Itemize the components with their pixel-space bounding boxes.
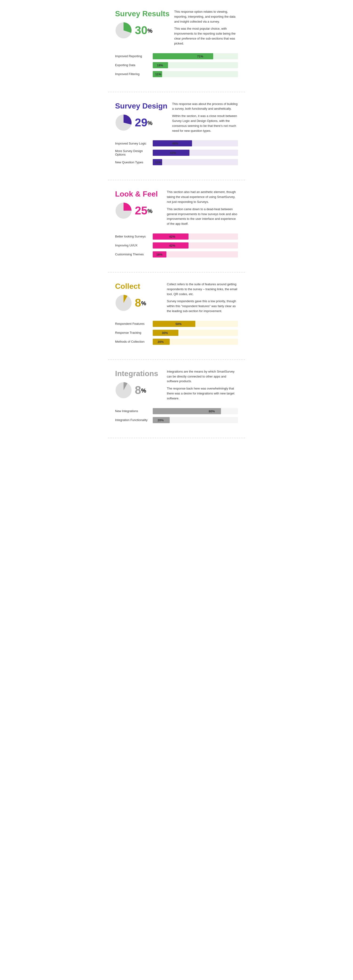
bar-fill: 20% [153,339,170,345]
bar-fill: 18% [153,62,168,68]
section-title-block: Integrations 8% [115,369,162,399]
bar-label: Improving UI/UX [115,243,153,247]
pie-chart [115,22,132,39]
desc-paragraph: This was the most popular choice, with i… [174,26,238,46]
bar-track: 16% [153,251,238,258]
section-description: This response option relates to viewing,… [169,10,238,46]
section-title: Look & Feel [115,190,158,199]
bar-label: More Survey Design Options [115,149,153,156]
bar-label: New Integrations [115,409,153,413]
percent-sign: % [141,387,146,393]
section-survey-design: Survey Design 29% This response was abou… [108,92,245,180]
percent-sign: % [147,119,152,126]
pie-percent-row: 8% [115,294,146,311]
bar-rows: New Integrations 80% Integration Functio… [115,408,238,423]
percent-value: 8 [135,296,141,309]
bar-row: Improved Filtering 11% [115,71,238,77]
bar-row: Better looking Surveys 42% [115,234,238,240]
section-description: Collect refers to the suite of features … [162,282,238,314]
section-title-block: Survey Results 30% [115,10,169,39]
bar-track: 30% [153,330,238,336]
percent-display: 8% [135,297,146,309]
pie-chart [115,202,132,219]
bar-fill: 42% [153,234,189,240]
bar-rows: Better looking Surveys 42% Improving UI/… [115,234,238,258]
bar-pct-label: 20% [156,340,164,344]
section-survey-results: Survey Results 30% This response option … [108,0,245,92]
section-title: Survey Design [115,102,167,110]
bar-pct-label: 11% [154,161,161,164]
bar-fill: 11% [153,159,162,165]
bar-label: New Question Types [115,161,153,164]
section-integrations: Integrations 8% Integrations are the mea… [108,360,245,438]
bar-row: Improved Reporting 71% [115,53,238,59]
section-title: Survey Results [115,10,169,18]
section-header: Integrations 8% Integrations are the mea… [115,369,238,401]
section-header: Collect 8% Collect refers to the suite o… [115,282,238,314]
bar-row: Customising Themes 16% [115,251,238,258]
section-title-block: Survey Design 29% [115,102,167,131]
bar-track: 50% [153,321,238,327]
bar-label: Improved Survey Logic [115,142,153,145]
bar-fill: 43% [153,150,189,156]
section-look-feel: Look & Feel 25% This section also had an… [108,180,245,272]
bar-pct-label: 20% [156,418,164,422]
bar-track: 11% [153,71,238,77]
bar-fill: 50% [153,321,195,327]
percent-value: 30 [135,24,147,37]
bar-fill: 42% [153,242,189,248]
desc-paragraph: This section also had an aesthetic eleme… [167,190,238,204]
section-title-block: Collect 8% [115,282,162,311]
bar-track: 11% [153,159,238,165]
bar-pct-label: 11% [154,72,161,76]
desc-paragraph: This response option relates to viewing,… [174,10,238,24]
bar-label: Respondent Features [115,322,153,326]
bar-track: 20% [153,417,238,423]
section-description: This section also had an aesthetic eleme… [162,190,238,226]
bar-label: Customising Themes [115,253,153,256]
percent-value: 8 [135,384,141,396]
desc-paragraph: Integrations are the means by which Smar… [167,369,238,384]
percent-value: 25 [135,204,147,217]
percent-display: 30% [135,25,153,36]
bar-pct-label: 50% [174,322,182,326]
bar-row: More Survey Design Options 43% [115,149,238,156]
bar-pct-label: 42% [168,235,175,238]
bar-track: 42% [153,234,238,240]
bar-label: Improved Reporting [115,54,153,58]
percent-sign: % [141,300,146,306]
bar-label: Methods of Collection [115,340,153,344]
bar-rows: Respondent Features 50% Response Trackin… [115,321,238,345]
bar-track: 43% [153,150,238,156]
section-title: Integrations [115,369,158,378]
bar-rows: Improved Survey Logic 46% More Survey De… [115,140,238,165]
section-header: Survey Results 30% This response option … [115,10,238,46]
bar-pct-label: 42% [168,243,175,247]
pie-percent-row: 29% [115,114,153,131]
bar-fill: 20% [153,417,170,423]
bar-pct-label: 71% [196,54,203,58]
desc-paragraph: This section came down to a dead-heat be… [167,207,238,226]
bar-fill: 46% [153,140,192,146]
bar-label: Improved Filtering [115,72,153,76]
bar-row: Response Tracking 30% [115,330,238,336]
pie-chart [115,294,132,311]
pie-percent-row: 25% [115,202,153,219]
bar-pct-label: 80% [207,409,215,413]
bar-track: 42% [153,242,238,248]
section-header: Survey Design 29% This response was abou… [115,102,238,134]
bar-fill: 71% [153,53,213,59]
percent-display: 25% [135,205,153,216]
bar-pct-label: 18% [156,63,163,67]
bar-pct-label: 43% [169,151,176,154]
bar-fill: 11% [153,71,162,77]
pie-chart [115,382,132,399]
bar-row: Integration Functionality 20% [115,417,238,423]
bar-label: Better looking Surveys [115,235,153,238]
percent-display: 29% [135,117,153,128]
desc-paragraph: Collect refers to the suite of features … [167,282,238,296]
desc-paragraph: The response back here was overwhelmingl… [167,386,238,401]
bar-pct-label: 16% [155,253,162,256]
bar-fill: 30% [153,330,178,336]
bar-rows: Improved Reporting 71% Exporting Data 18… [115,53,238,77]
